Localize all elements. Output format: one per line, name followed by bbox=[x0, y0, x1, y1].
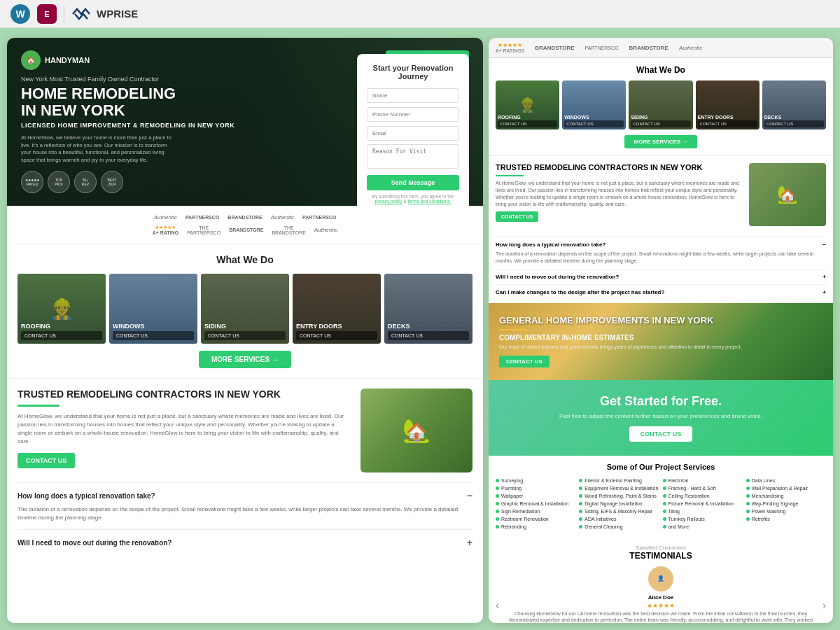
main-wrapper: 🏠 HANDYMAN New York Most Trusted Family … bbox=[7, 7, 833, 623]
faq-question-1[interactable]: How long does a typical renovation take?… bbox=[18, 490, 472, 501]
testimonial-next-btn[interactable]: › bbox=[822, 599, 826, 612]
rp-star-1: ★★★★★A+ RATINGS bbox=[496, 42, 524, 53]
rp-stars: ★★★★★A+ RATINGS BRANDSTORE PARTNERSCO BR… bbox=[496, 42, 702, 53]
rp-star-3: PARTNERSCO bbox=[585, 46, 619, 50]
faq-item-1: How long does a typical renovation take?… bbox=[18, 482, 472, 529]
rp-test-text: Choosing HomeGlow for our LA home renova… bbox=[506, 610, 815, 623]
hero-content: 🏠 HANDYMAN New York Most Trusted Family … bbox=[21, 50, 346, 193]
service-roofing-btn[interactable]: CONTACT US bbox=[21, 331, 102, 340]
faq-question-2[interactable]: Will I need to move out during the renov… bbox=[18, 537, 472, 548]
more-services-button[interactable]: MORE SERVICES → bbox=[199, 351, 291, 368]
rp-service-entry-doors-btn[interactable]: CONTACT US bbox=[698, 120, 757, 127]
form-phone-input[interactable] bbox=[367, 107, 459, 122]
rp-ps-electrical: Electrical bbox=[663, 477, 743, 484]
contact-form-card: Start your Renovation Journey Send Messa… bbox=[357, 54, 469, 214]
rp-general-btn[interactable]: CONTACT US bbox=[499, 356, 550, 368]
form-email-input[interactable] bbox=[367, 126, 459, 141]
service-siding: SIDING CONTACT US bbox=[201, 274, 289, 344]
rp-more-services-btn[interactable]: MORE SERVICES → bbox=[624, 135, 698, 148]
rp-test-stars: ★★★★★ bbox=[506, 602, 815, 609]
service-siding-btn[interactable]: CONTACT US bbox=[204, 331, 286, 340]
rp-header: ★★★★★A+ RATINGS BRANDSTORE PARTNERSCO BR… bbox=[489, 38, 833, 58]
rp-service-siding-label: SIDING bbox=[629, 113, 692, 120]
rp-trusted-desc: At HomeGlow, we understand that your hom… bbox=[496, 180, 742, 207]
service-decks: DECKS CONTACT US bbox=[384, 274, 472, 344]
rp-star-2: BRANDSTORE bbox=[535, 45, 574, 51]
rp-ps-more: and More bbox=[663, 523, 743, 531]
trusted-contact-btn[interactable]: CONTACT US bbox=[18, 453, 75, 468]
rp-faq-question-2[interactable]: Will I need to move out during the renov… bbox=[496, 274, 826, 280]
rp-ps-col-1: Surveying Plumbing Wallpaper Graphic Rem… bbox=[496, 477, 575, 531]
rp-general-content: GENERAL HOME IMPROVEMENTS IN NEW YORK CO… bbox=[499, 315, 741, 368]
rp-ps-wood: Wood Refinishing, Paint & Stains bbox=[579, 492, 659, 500]
rp-ps-data: Data Lines bbox=[746, 477, 826, 484]
rp-trusted-title: TRUSTED REMODELING CONTRACTORS IN NEW YO… bbox=[496, 163, 742, 172]
form-reason-input[interactable] bbox=[367, 144, 459, 169]
rp-service-decks-btn[interactable]: CONTACT US bbox=[764, 120, 824, 127]
elementor-icon[interactable]: E bbox=[37, 4, 57, 24]
rp-ps-picture: Picture Removal & Installation bbox=[663, 500, 743, 507]
partner-authentic-1: Authentic bbox=[154, 214, 177, 220]
hero-section: 🏠 HANDYMAN New York Most Trusted Family … bbox=[7, 38, 483, 206]
partner-partnersco-2: PARTNERSCO bbox=[302, 215, 336, 220]
service-entry-doors-btn[interactable]: CONTACT US bbox=[296, 331, 377, 340]
rp-gs-btn[interactable]: CONTACT US bbox=[629, 426, 692, 442]
trusted-image: 🏡 bbox=[360, 388, 472, 472]
service-entry-doors: ENTRY DOORS CONTACT US bbox=[293, 274, 381, 344]
rp-service-decks-label: DECKS bbox=[762, 113, 826, 120]
terms-link[interactable]: terms and conditions. bbox=[408, 199, 451, 204]
faq-icon-1: − bbox=[467, 490, 472, 501]
rp-faq-item-3: Can I make changes to the design after t… bbox=[496, 284, 826, 300]
form-submit-button[interactable]: Send Message bbox=[367, 175, 459, 190]
badge-1: ★★★★★RATED bbox=[21, 171, 43, 193]
service-entry-doors-label: ENTRY DOORS bbox=[293, 320, 381, 331]
badge-3: 50+REV bbox=[74, 171, 97, 193]
faq-section: How long does a typical renovation take?… bbox=[7, 482, 483, 562]
rp-ps-power: Power Washing bbox=[746, 507, 826, 515]
rp-service-siding-btn[interactable]: CONTACT US bbox=[631, 120, 690, 127]
wordpress-icon[interactable]: W bbox=[10, 4, 30, 24]
rp-trusted-content: TRUSTED REMODELING CONTRACTORS IN NEW YO… bbox=[496, 163, 742, 226]
form-name-input[interactable] bbox=[367, 88, 459, 103]
partner-authentic-3: Authentic bbox=[314, 227, 337, 233]
rp-faq-question-3[interactable]: Can I make changes to the design after t… bbox=[496, 289, 826, 295]
partner-the-brandstore: THEBRANDSTORE bbox=[272, 225, 306, 235]
rp-service-roofing: 👷 ROOFING CONTACT US bbox=[496, 80, 559, 130]
privacy-link[interactable]: privacy policy bbox=[375, 199, 402, 204]
what-we-do-section: What We Do 👷 ROOFING CONTACT US WINDOWS … bbox=[7, 244, 483, 378]
rp-ps-wallpaper: Wallpaper bbox=[496, 492, 575, 500]
hero-logo-icon: 🏠 bbox=[21, 50, 41, 70]
rp-ps-grid: Surveying Plumbing Wallpaper Graphic Rem… bbox=[496, 477, 826, 531]
rp-ps-col-3: Electrical Framing - Hard & Soft Ceiling… bbox=[663, 477, 743, 531]
badge-4: BEST2024 bbox=[101, 171, 123, 193]
rp-faq-icon-1: − bbox=[822, 241, 826, 248]
rp-test-title: TESTIMONIALS bbox=[496, 551, 826, 561]
toolbar-divider bbox=[64, 6, 64, 22]
rp-trusted-image: 🏡 bbox=[749, 163, 826, 226]
rp-more-btn-wrap: MORE SERVICES → bbox=[496, 134, 826, 148]
rp-trusted-contact-btn[interactable]: CONTACT US bbox=[496, 211, 538, 222]
faq-icon-2: + bbox=[467, 537, 472, 548]
partner-authentic-2: Authentic bbox=[271, 214, 294, 220]
service-roofing: 👷 ROOFING CONTACT US bbox=[18, 274, 106, 344]
rp-faq-question-1[interactable]: How long does a typical renovation take?… bbox=[496, 241, 826, 248]
faq-item-2: Will I need to move out during the renov… bbox=[18, 529, 472, 555]
service-windows-btn[interactable]: CONTACT US bbox=[113, 331, 194, 340]
rp-faq-item-1: How long does a typical renovation take?… bbox=[496, 237, 826, 269]
rp-ps-ceiling: Ceiling Restoration bbox=[663, 492, 743, 500]
rp-project-services: Some of Our Project Services Surveying P… bbox=[489, 456, 833, 538]
partner-the-partnersco: THEPARTNERSCO bbox=[187, 225, 220, 235]
rp-service-roofing-btn[interactable]: CONTACT US bbox=[498, 120, 557, 127]
rp-ps-rebranding: Rebranding bbox=[496, 523, 575, 531]
rp-ps-digital: Digital Signage Installation bbox=[579, 500, 659, 507]
service-roofing-label: ROOFING bbox=[18, 320, 106, 331]
rp-trusted-line bbox=[496, 175, 524, 176]
rp-ps-equipment: Equipment Removal & Installation bbox=[579, 484, 659, 492]
rp-ps-graphic: Graphic Removal & Installation bbox=[496, 500, 575, 507]
rp-service-windows-btn[interactable]: CONTACT US bbox=[564, 120, 624, 127]
rp-test-content: 👤 Alice Doe ★★★★★ Choosing HomeGlow for … bbox=[499, 566, 822, 623]
rp-test-label: Satisfied Customers bbox=[496, 545, 826, 551]
hero-logo: 🏠 HANDYMAN bbox=[21, 50, 346, 70]
service-decks-btn[interactable]: CONTACT US bbox=[388, 331, 469, 340]
rp-ps-cleaning: General Cleaning bbox=[579, 523, 659, 531]
